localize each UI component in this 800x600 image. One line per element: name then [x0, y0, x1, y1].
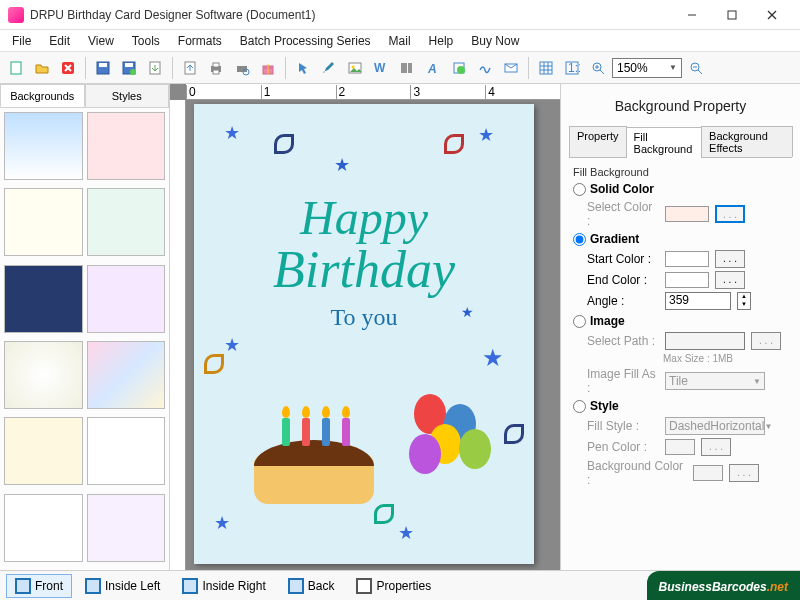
radio-gradient-input[interactable]	[573, 233, 586, 246]
bg-thumb[interactable]	[4, 494, 83, 562]
radio-image-input[interactable]	[573, 315, 586, 328]
maximize-button[interactable]	[712, 1, 752, 29]
menu-batch[interactable]: Batch Processing Series	[232, 32, 379, 50]
canvas-area[interactable]: 01234 Happy Birthday To you ★ ★ ★ ★ ★ ★ …	[170, 84, 560, 570]
radio-style-input[interactable]	[573, 400, 586, 413]
end-color-swatch[interactable]	[665, 272, 709, 288]
zoom-input[interactable]: 150%▼	[612, 58, 682, 78]
radio-image[interactable]: Image	[573, 314, 788, 328]
menu-view[interactable]: View	[80, 32, 122, 50]
open-icon[interactable]	[30, 56, 54, 80]
bg-thumb[interactable]	[87, 341, 166, 409]
solid-color-picker-button[interactable]: . . .	[715, 205, 745, 223]
menu-mail[interactable]: Mail	[381, 32, 419, 50]
tab-styles[interactable]: Styles	[85, 84, 170, 107]
wordart-icon[interactable]: W	[369, 56, 393, 80]
gift-icon[interactable]	[256, 56, 280, 80]
bg-thumb[interactable]	[4, 188, 83, 256]
tab-fill-background[interactable]: Fill Background	[626, 127, 702, 158]
angle-input[interactable]: 359	[665, 292, 731, 310]
bg-thumb[interactable]	[4, 265, 83, 333]
svg-rect-15	[213, 70, 219, 74]
solid-color-swatch[interactable]	[665, 206, 709, 222]
menu-help[interactable]: Help	[421, 32, 462, 50]
tab-background-effects[interactable]: Background Effects	[701, 126, 793, 157]
confetti-icon	[204, 354, 224, 374]
bg-color-picker-button[interactable]: . . .	[729, 464, 759, 482]
shape-icon[interactable]	[447, 56, 471, 80]
cake-icon	[254, 414, 374, 504]
image-icon[interactable]	[343, 56, 367, 80]
bg-thumb[interactable]	[87, 494, 166, 562]
bg-thumb[interactable]	[4, 341, 83, 409]
row-pen-color: Pen Color : . . .	[587, 438, 788, 456]
bg-thumb[interactable]	[4, 112, 83, 180]
pen-color-picker-button[interactable]: . . .	[701, 438, 731, 456]
pointer-icon[interactable]	[291, 56, 315, 80]
radio-solid-input[interactable]	[573, 183, 586, 196]
window-title: DRPU Birthday Card Designer Software (Do…	[30, 8, 672, 22]
bg-thumb[interactable]	[87, 188, 166, 256]
envelope-icon[interactable]	[499, 56, 523, 80]
export-icon[interactable]	[143, 56, 167, 80]
grid-icon[interactable]	[534, 56, 558, 80]
menu-tools[interactable]: Tools	[124, 32, 168, 50]
fill-style-select[interactable]: DashedHorizontal▼	[665, 417, 765, 435]
zoom-out-icon[interactable]	[684, 56, 708, 80]
image-browse-button[interactable]: . . .	[751, 332, 781, 350]
pen-icon[interactable]	[317, 56, 341, 80]
preview-icon[interactable]	[230, 56, 254, 80]
actual-size-icon[interactable]: 1:1	[560, 56, 584, 80]
right-panel: Background Property Property Fill Backgr…	[560, 84, 800, 570]
signature-icon[interactable]	[473, 56, 497, 80]
page-inside-left[interactable]: Inside Left	[76, 574, 169, 598]
page-back[interactable]: Back	[279, 574, 344, 598]
image-path-input[interactable]	[665, 332, 745, 350]
menu-formats[interactable]: Formats	[170, 32, 230, 50]
end-color-picker-button[interactable]: . . .	[715, 271, 745, 289]
bg-thumb[interactable]	[87, 112, 166, 180]
start-color-picker-button[interactable]: . . .	[715, 250, 745, 268]
radio-style[interactable]: Style	[573, 399, 788, 413]
row-image-fillas: Image Fill As : Tile▼	[587, 367, 788, 395]
menu-buy[interactable]: Buy Now	[463, 32, 527, 50]
angle-spinner[interactable]: ▲▼	[737, 292, 751, 310]
pen-color-swatch[interactable]	[665, 439, 695, 455]
print-icon[interactable]	[204, 56, 228, 80]
barcode-icon[interactable]	[395, 56, 419, 80]
card-canvas[interactable]: Happy Birthday To you ★ ★ ★ ★ ★ ★ ★ ★	[194, 104, 534, 564]
radio-gradient[interactable]: Gradient	[573, 232, 788, 246]
bg-color-swatch[interactable]	[693, 465, 723, 481]
saveas-icon[interactable]	[117, 56, 141, 80]
close-button[interactable]	[752, 1, 792, 29]
delete-icon[interactable]	[56, 56, 80, 80]
save-icon[interactable]	[91, 56, 115, 80]
image-fillas-select[interactable]: Tile▼	[665, 372, 765, 390]
text-icon[interactable]: A	[421, 56, 445, 80]
menu-file[interactable]: File	[4, 32, 39, 50]
radio-solid[interactable]: Solid Color	[573, 182, 788, 196]
start-color-swatch[interactable]	[665, 251, 709, 267]
brand-logo: BusinessBarcodes.net	[647, 571, 800, 600]
page-properties[interactable]: Properties	[347, 574, 440, 598]
import-icon[interactable]	[178, 56, 202, 80]
app-icon	[8, 7, 24, 23]
zoom-in-icon[interactable]	[586, 56, 610, 80]
balloons-icon	[404, 394, 504, 514]
page-inside-right[interactable]: Inside Right	[173, 574, 274, 598]
row-start-color: Start Color : . . .	[587, 250, 788, 268]
minimize-button[interactable]	[672, 1, 712, 29]
tab-property[interactable]: Property	[569, 126, 627, 157]
menu-edit[interactable]: Edit	[41, 32, 78, 50]
confetti-icon	[444, 134, 464, 154]
left-panel: Backgrounds Styles	[0, 84, 170, 570]
bg-thumb[interactable]	[87, 265, 166, 333]
page-front[interactable]: Front	[6, 574, 72, 598]
star-icon: ★	[214, 512, 230, 534]
svg-line-45	[698, 70, 702, 74]
chevron-down-icon: ▼	[669, 63, 677, 72]
bg-thumb[interactable]	[87, 417, 166, 485]
bg-thumb[interactable]	[4, 417, 83, 485]
new-icon[interactable]	[4, 56, 28, 80]
tab-backgrounds[interactable]: Backgrounds	[0, 84, 85, 107]
